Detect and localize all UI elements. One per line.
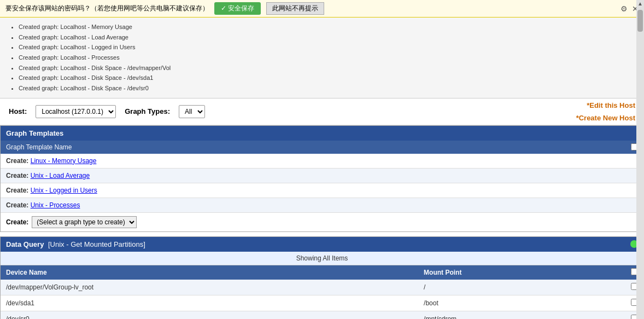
edit-host-link[interactable]: *Edit this Host [576, 98, 635, 111]
graph-template-name-col: Graph Template Name [6, 143, 72, 151]
graph-templates-title: Graph Templates [6, 129, 63, 137]
host-selector-row: Host: Localhost (127.0.0.1) Graph Types:… [0, 98, 644, 125]
log-area: Created graph: Localhost - Memory UsageC… [0, 18, 644, 98]
mount-point-cell: /mnt/cdrom [418, 311, 625, 319]
template-rows: Create: Linux - Memory UsageCreate: Unix… [1, 154, 643, 213]
template-name-link[interactable]: Unix - Processes [31, 201, 80, 209]
log-item: Created graph: Localhost - Processes [19, 53, 635, 63]
graph-types-dropdown[interactable]: All [179, 105, 205, 118]
mount-point-cell: /boot [418, 295, 625, 311]
table-row: /dev/mapper/VolGroup-lv_root / [1, 280, 643, 295]
main-content: Created graph: Localhost - Memory UsageC… [0, 18, 644, 319]
template-name-link[interactable]: Unix - Load Average [31, 172, 90, 179]
template-row: Create: Linux - Memory Usage [1, 154, 643, 169]
create-host-link[interactable]: *Create New Host [576, 112, 635, 124]
device-name-col-header: Device Name [1, 265, 418, 280]
graph-template-column-header: Graph Template Name [1, 141, 643, 154]
create-select-row: Create: (Select a graph type to create) [1, 213, 643, 231]
log-item: Created graph: Localhost - Disk Space - … [19, 73, 635, 83]
data-query-title: Data Query [Unix - Get Mounted Partition… [6, 240, 145, 248]
device-name-cell: /dev/sda1 [1, 295, 418, 311]
showing-all-label: Showing All Items [1, 252, 643, 265]
device-name-cell: /dev/sr0 [1, 311, 418, 319]
password-question-text: 要安全保存该网站的密码吗？（若您使用网吧等公共电脑不建议保存） [5, 4, 209, 13]
create-select-label: Create: [6, 218, 28, 226]
scroll-up-arrow[interactable]: ▲ [637, 0, 643, 8]
template-name-link[interactable]: Unix - Logged in Users [31, 187, 97, 194]
host-label: Host: [9, 107, 27, 115]
table-row: /dev/sr0 /mnt/cdrom [1, 311, 643, 319]
log-item: Created graph: Localhost - Disk Space - … [19, 63, 635, 73]
template-row: Create: Unix - Processes [1, 198, 643, 213]
table-row: /dev/sda1 /boot [1, 295, 643, 311]
log-item: Created graph: Localhost - Memory Usage [19, 22, 635, 32]
create-label: Create: [6, 172, 28, 179]
log-item: Created graph: Localhost - Disk Space - … [19, 83, 635, 94]
host-dropdown[interactable]: Localhost (127.0.0.1) [36, 105, 116, 118]
mount-point-col-header: Mount Point [418, 265, 625, 280]
graph-type-create-select[interactable]: (Select a graph type to create) [32, 216, 137, 228]
create-label: Create: [6, 157, 28, 165]
save-password-button[interactable]: ✓ 安全保存 [214, 2, 261, 15]
template-row: Create: Unix - Load Average [1, 169, 643, 183]
scrollbar[interactable]: ▲ ▼ [636, 0, 644, 319]
graph-templates-header: Graph Templates [1, 126, 643, 141]
data-query-section: Data Query [Unix - Get Mounted Partition… [0, 236, 644, 319]
graph-types-label: Graph Types: [125, 107, 170, 115]
template-row: Create: Unix - Logged in Users [1, 183, 643, 198]
log-list: Created graph: Localhost - Memory UsageC… [9, 22, 635, 94]
data-query-table: Device Name Mount Point /dev/mapper/VolG… [1, 265, 643, 319]
host-actions: *Edit this Host *Create New Host [576, 98, 635, 124]
log-item: Created graph: Localhost - Logged in Use… [19, 42, 635, 53]
device-name-cell: /dev/mapper/VolGroup-lv_root [1, 280, 418, 295]
graph-templates-section: Graph Templates Graph Template Name Crea… [0, 125, 644, 232]
create-label: Create: [6, 187, 28, 194]
template-name-link[interactable]: Linux - Memory Usage [31, 157, 97, 165]
log-item: Created graph: Localhost - Load Average [19, 32, 635, 43]
mount-point-cell: / [418, 280, 625, 295]
create-label: Create: [6, 201, 28, 209]
password-bar: 要安全保存该网站的密码吗？（若您使用网吧等公共电脑不建议保存） ✓ 安全保存 此… [0, 0, 644, 18]
no-remind-button[interactable]: 此网站不再提示 [266, 2, 324, 15]
data-query-rows: /dev/mapper/VolGroup-lv_root / /dev/sda1… [1, 280, 643, 319]
data-query-header: Data Query [Unix - Get Mounted Partition… [1, 237, 643, 252]
scrollbar-thumb[interactable] [637, 10, 643, 32]
gear-icon[interactable]: ⚙ [620, 4, 628, 13]
